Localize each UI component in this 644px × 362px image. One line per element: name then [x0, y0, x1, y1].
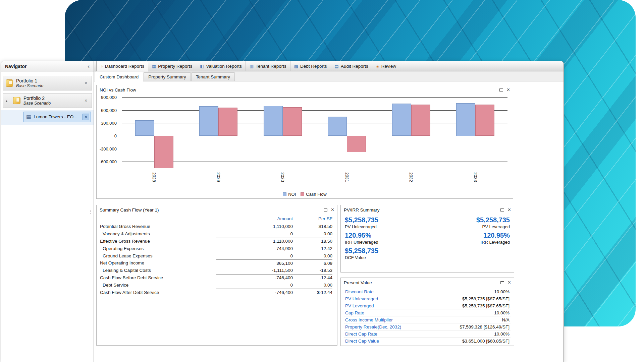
summary-row-per-sf: $-12.44	[293, 289, 332, 296]
pv-row-direct-cap-rate: Direct Cap Rate10.00%	[344, 330, 511, 338]
chart-bar-noi-2033	[456, 103, 475, 136]
chart-y-tick-label: -600,000	[100, 159, 117, 164]
chart-x-label: 2029	[216, 172, 221, 182]
chart-x-label: 2031	[344, 172, 350, 182]
tab-audit-reports[interactable]: ▤Audit Reports	[331, 61, 372, 71]
tab-valuation-reports[interactable]: ◧Valuation Reports	[196, 61, 246, 71]
portfolio-item-1[interactable]: Portfolio 1 Base Scenario ×	[3, 76, 92, 90]
summary-row-per-sf: -12.44	[293, 274, 332, 282]
panel-header: Present Value ×	[341, 278, 514, 287]
pv-row-value: 10.00%	[494, 331, 509, 337]
tab-debt-reports[interactable]: ▩Debt Reports	[290, 61, 331, 71]
subtab-tenant-summary[interactable]: Tenant Summary	[191, 72, 235, 81]
summary-row-amount: -746,400	[216, 274, 293, 282]
dashboard-icon: ◔	[100, 64, 103, 68]
summary-row: Cash Flow After Debt Service-746,400$-12…	[97, 289, 337, 296]
portfolio-title: Portfolio 2	[23, 96, 80, 101]
dashboard-area: NOI vs Cash Flow × 900,000600,000300,000…	[94, 81, 564, 362]
tab-dashboard-reports[interactable]: ◔Dashboard Reports	[96, 61, 148, 71]
pv-row-value: $7,589,328 [$126.49/SF]	[460, 324, 509, 329]
summary-row-per-sf: 0.00	[293, 281, 332, 289]
debt-icon: ▩	[294, 64, 298, 68]
summary-row-amount: -746,400	[216, 289, 293, 296]
summary-row: Ground Lease Expenses00.00	[97, 252, 337, 259]
chart-y-tick-label: 0	[114, 133, 117, 138]
portfolio-title: Portfolio 1	[16, 78, 80, 83]
chart-gridline	[122, 123, 507, 123]
chart-gridline	[122, 110, 507, 111]
pv-row-label: Cap Rate	[345, 310, 364, 315]
tab-label: Audit Reports	[341, 64, 368, 69]
summary-row-amount: -744,900	[216, 245, 293, 252]
panel-title: PV/IRR Summary	[344, 207, 380, 213]
chart-x-label: 2033	[473, 172, 478, 182]
legend-swatch-noi	[283, 192, 286, 196]
property-close-button[interactable]: ×	[83, 114, 89, 120]
collapse-panel-icon[interactable]: ‹	[88, 63, 90, 70]
chart-bar-cash-flow-2030	[283, 107, 302, 136]
portfolio-item-2[interactable]: ▴ Portfolio 2 Base Scenario ×	[3, 93, 92, 108]
tab-label: Review	[381, 64, 396, 69]
audit-icon: ▤	[335, 64, 339, 68]
panel-close-icon[interactable]: ×	[331, 207, 334, 213]
summary-row-per-sf: $18.50	[293, 223, 332, 230]
summary-cashflow-panel: Summary Cash Flow (Year 1) × Amount Per …	[96, 205, 337, 346]
portfolio-close-icon[interactable]: ×	[83, 80, 89, 86]
pv-row-direct-cap-value: Direct Cap Value$3,651,000 [$60.85/SF]	[344, 338, 511, 345]
panel-restore-icon[interactable]	[500, 281, 504, 284]
summary-row-amount: 0	[216, 281, 293, 289]
chart-plot	[122, 97, 507, 170]
portfolio-subtitle: Base Scenario	[16, 83, 80, 88]
chart-gridline	[122, 149, 507, 149]
summary-row: Cash Flow Before Debt Service-746,400-12…	[97, 274, 337, 282]
panel-restore-icon[interactable]	[499, 88, 503, 92]
pv-row-discount-rate: Discount Rate10.00%	[344, 288, 511, 295]
tab-property-reports[interactable]: ▦Property Reports	[148, 61, 196, 71]
panel-close-icon[interactable]: ×	[508, 207, 511, 213]
summary-row-label: Effective Gross Revenue	[100, 238, 216, 245]
summary-row: Potential Gross Revenue1,110,000$18.50	[97, 223, 337, 230]
valuation-icon: ◧	[200, 64, 204, 68]
summary-row-per-sf: 0.00	[293, 230, 332, 238]
tab-label: Valuation Reports	[206, 64, 242, 69]
chart-y-axis: 900,000600,000300,0000-300,000-600,000	[97, 97, 119, 170]
summary-row: Debt Service00.00	[97, 281, 337, 289]
pv-row-property-resale-dec-2032: Property Resale(Dec, 2032)$7,589,328 [$1…	[344, 323, 511, 330]
sub-tab-bar: Custom DashboardProperty SummaryTenant S…	[94, 71, 564, 81]
pv-row-pv-unleveraged: PV Unleveraged$5,258,735 [$87.65/SF]	[344, 295, 511, 302]
chart-bar-cash-flow-2029	[218, 108, 237, 136]
panel-splitter-handle[interactable]: ⋮	[88, 209, 93, 214]
portfolio-close-icon[interactable]: ×	[83, 98, 89, 103]
pv-row-cap-rate: Cap Rate10.00%	[344, 309, 511, 316]
expand-caret-icon[interactable]: ▴	[6, 99, 10, 103]
summary-row-label: Cash Flow After Debt Service	[100, 289, 216, 296]
scenario-icon	[6, 79, 13, 87]
subtab-property-summary[interactable]: Property Summary	[144, 72, 191, 81]
summary-row-label: Ground Lease Expenses	[100, 252, 216, 259]
pv-row-label: PV Unleveraged	[345, 296, 378, 301]
panel-close-icon[interactable]: ×	[508, 280, 511, 285]
portfolio-children-area: ▦ Lumon Towers - EO... ×	[1, 110, 94, 125]
pv-row-value: N/A	[502, 317, 509, 322]
panel-header: NOI vs Cash Flow ×	[97, 85, 513, 95]
chart-bar-cash-flow-2031	[347, 136, 366, 152]
panel-close-icon[interactable]: ×	[507, 87, 510, 93]
pv-row-label: Gross Income Multiplier	[345, 317, 393, 322]
summary-row: Leasing & Capital Costs-1,111,500-18.53	[97, 267, 337, 274]
chart-y-tick-label: -300,000	[100, 146, 117, 151]
summary-row-per-sf: 6.09	[293, 259, 332, 267]
pv-unleveraged-label: PV Unleveraged	[345, 224, 427, 229]
portfolio-subtitle: Base Scenario	[23, 101, 80, 106]
chart-gridline	[122, 162, 507, 162]
tab-tenant-reports[interactable]: ▥Tenant Reports	[246, 61, 290, 71]
subtab-custom-dashboard[interactable]: Custom Dashboard	[95, 72, 143, 81]
panel-restore-icon[interactable]	[500, 208, 504, 212]
column-header-per-sf: Per SF	[293, 216, 332, 221]
property-item-lumon-towers[interactable]: ▦ Lumon Towers - EO... ×	[23, 112, 91, 122]
panel-restore-icon[interactable]	[324, 208, 327, 212]
chart-area: 900,000600,000300,0000-300,000-600,000 2…	[97, 95, 513, 198]
pv-leveraged-value: $5,258,735	[427, 216, 510, 224]
panel-title: Present Value	[344, 280, 372, 285]
tab-review[interactable]: ◈Review	[372, 61, 400, 71]
noi-cashflow-panel: NOI vs Cash Flow × 900,000600,000300,000…	[96, 85, 513, 199]
